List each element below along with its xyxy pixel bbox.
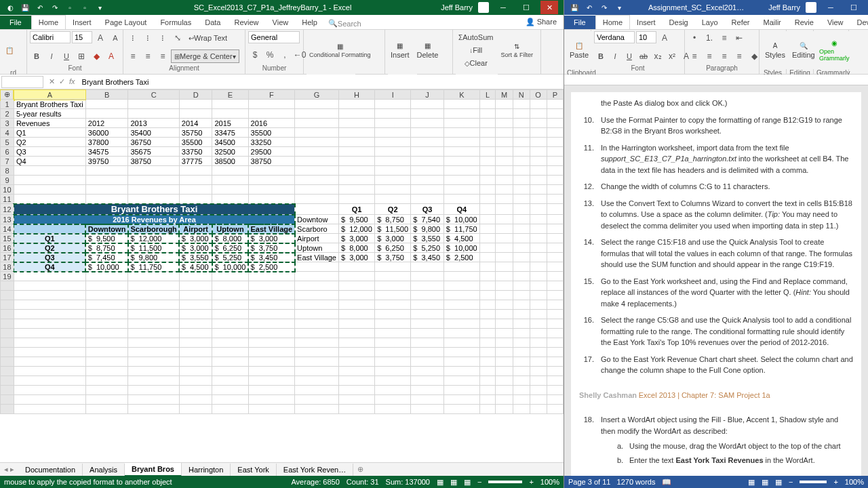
cell[interactable] (179, 376, 212, 386)
cell[interactable] (338, 367, 374, 376)
comma-icon[interactable]: , (278, 48, 292, 62)
cell[interactable] (443, 338, 479, 348)
cell[interactable] (479, 348, 495, 357)
cell[interactable] (375, 367, 411, 376)
cell[interactable] (14, 357, 85, 367)
cell[interactable]: $ 10,000 (443, 215, 479, 224)
cell[interactable] (128, 338, 179, 348)
zoom-out-icon[interactable]: − (789, 478, 793, 486)
cell[interactable] (375, 319, 411, 329)
col-header[interactable]: O (530, 90, 547, 100)
cell[interactable]: $ 11,750 (443, 224, 479, 234)
cell[interactable] (375, 100, 411, 109)
cell[interactable] (547, 195, 563, 204)
cell[interactable]: Revenues (14, 119, 85, 128)
cell[interactable] (496, 281, 513, 291)
fill-color-icon[interactable]: ◆ (90, 49, 103, 63)
cell[interactable] (530, 329, 547, 338)
cell[interactable] (513, 367, 530, 376)
share-button[interactable]: 👤 Share (519, 15, 564, 29)
cell[interactable] (85, 348, 128, 357)
cell[interactable] (179, 272, 212, 281)
cell[interactable]: $ 11,500 (375, 224, 411, 234)
cell[interactable] (338, 357, 374, 367)
cell[interactable]: 38750 (128, 157, 179, 166)
cell[interactable] (295, 367, 339, 376)
cell[interactable] (128, 367, 179, 376)
cell[interactable]: $ 3,750 (248, 243, 295, 253)
cell[interactable]: Airport (295, 234, 339, 243)
cell[interactable] (496, 176, 513, 185)
row-header[interactable]: 16 (1, 243, 14, 253)
cell[interactable] (443, 109, 479, 119)
cell[interactable] (295, 310, 339, 319)
cell[interactable] (85, 195, 128, 204)
cell[interactable] (248, 300, 295, 310)
cell[interactable] (212, 386, 248, 395)
cell[interactable] (411, 291, 444, 300)
multilevel-icon[interactable]: ≡ (717, 31, 731, 45)
cell[interactable] (248, 109, 295, 119)
cell[interactable] (479, 319, 495, 329)
tab-home[interactable]: Home (31, 15, 66, 29)
currency-icon[interactable]: $ (248, 48, 262, 62)
cell[interactable] (212, 272, 248, 281)
cell[interactable]: $ 3,000 (338, 234, 374, 243)
cell[interactable] (547, 109, 563, 119)
cell[interactable] (530, 272, 547, 281)
paste-button[interactable]: 📋 (3, 31, 16, 69)
row-header[interactable]: 9 (1, 176, 14, 185)
cell[interactable] (85, 100, 128, 109)
cell[interactable] (85, 386, 128, 395)
cell[interactable]: 35500 (248, 128, 295, 138)
cell[interactable] (530, 147, 547, 157)
cell[interactable] (479, 376, 495, 386)
row-header[interactable] (1, 300, 14, 310)
cell[interactable] (513, 109, 530, 119)
font-size-input[interactable] (72, 31, 92, 43)
cell[interactable] (375, 281, 411, 291)
cell[interactable] (479, 405, 495, 414)
cell[interactable] (479, 176, 495, 185)
cell[interactable] (375, 395, 411, 405)
cell[interactable] (513, 166, 530, 176)
row-header[interactable] (1, 405, 14, 414)
cell[interactable] (547, 329, 563, 338)
cell[interactable] (496, 376, 513, 386)
italic-icon[interactable]: I (45, 49, 58, 63)
cell[interactable] (496, 357, 513, 367)
align-left-icon[interactable]: ≡ (688, 49, 701, 63)
cell[interactable] (295, 119, 339, 128)
cell[interactable]: $ 9,500 (338, 215, 374, 224)
cell[interactable] (128, 357, 179, 367)
cell[interactable] (179, 176, 212, 185)
percent-icon[interactable]: % (263, 48, 277, 62)
cell[interactable] (547, 119, 563, 128)
cell[interactable] (479, 367, 495, 376)
view-layout-icon[interactable]: ▦ (450, 478, 457, 487)
proofing-icon[interactable]: 📖 (662, 478, 671, 486)
bold-icon[interactable]: B (30, 49, 43, 63)
cell[interactable] (530, 100, 547, 109)
cell[interactable] (179, 195, 212, 204)
cell[interactable] (128, 376, 179, 386)
cell[interactable] (513, 386, 530, 395)
cell[interactable] (411, 386, 444, 395)
bold-icon[interactable]: B (594, 49, 608, 63)
cell[interactable] (411, 128, 444, 138)
tab-layout[interactable]: Layo (695, 16, 725, 29)
save-icon[interactable]: 💾 (570, 3, 579, 12)
tab-view[interactable]: View (266, 16, 296, 29)
cell[interactable]: 37800 (85, 138, 128, 147)
cell[interactable] (496, 166, 513, 176)
cell[interactable] (85, 166, 128, 176)
cell[interactable] (212, 405, 248, 414)
cell[interactable] (530, 386, 547, 395)
cell[interactable] (128, 100, 179, 109)
cell[interactable] (212, 281, 248, 291)
merge-center-button[interactable]: ⊞ Merge & Center ▾ (171, 49, 239, 63)
cell[interactable] (496, 100, 513, 109)
cell[interactable] (128, 386, 179, 395)
undo-icon[interactable]: ↶ (35, 3, 45, 12)
decrease-font-icon[interactable]: A (108, 31, 122, 45)
